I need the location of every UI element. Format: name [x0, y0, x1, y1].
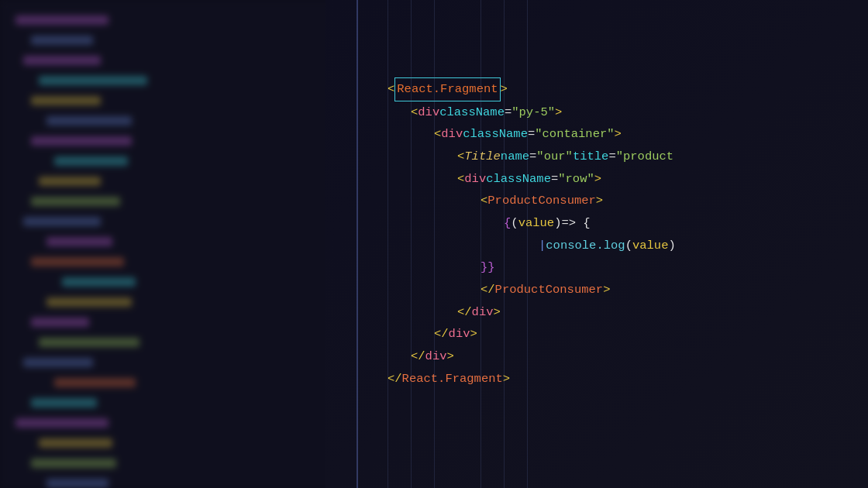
react-fragment-open-line: <React.Fragment>	[388, 77, 868, 101]
close-div-container-line: </div>	[434, 323, 868, 345]
div-row-line: <div className="row">	[457, 168, 868, 191]
close-div-row-line: </div>	[457, 301, 868, 324]
left-panel	[0, 0, 356, 488]
div-container-line: <div className="container">	[434, 123, 868, 146]
title-component-line: <Title name="our" title= "product	[457, 146, 868, 168]
div-py5-line: <div className="py-5">	[411, 101, 868, 124]
react-fragment-cursor: React.Fragment	[394, 77, 500, 101]
panel-separator	[356, 0, 358, 488]
react-fragment-close-line: </React.Fragment>	[388, 368, 868, 390]
close-div-py5-line: </div>	[411, 345, 868, 368]
product-consumer-close-line: </ProductConsumer>	[480, 279, 868, 301]
product-consumer-open-line: <ProductConsumer>	[480, 190, 868, 212]
code-area: <React.Fragment> <div className="py-5"> …	[326, 0, 868, 488]
code-block: <React.Fragment> <div className="py-5"> …	[341, 77, 868, 390]
close-braces-line: }}	[480, 256, 868, 279]
console-log-line: | console.log(value)	[539, 235, 868, 257]
code-editor-screen: render() { return ( <React.Fragment> <di…	[0, 0, 868, 488]
arrow-func-line: {(value) => {	[504, 212, 868, 235]
